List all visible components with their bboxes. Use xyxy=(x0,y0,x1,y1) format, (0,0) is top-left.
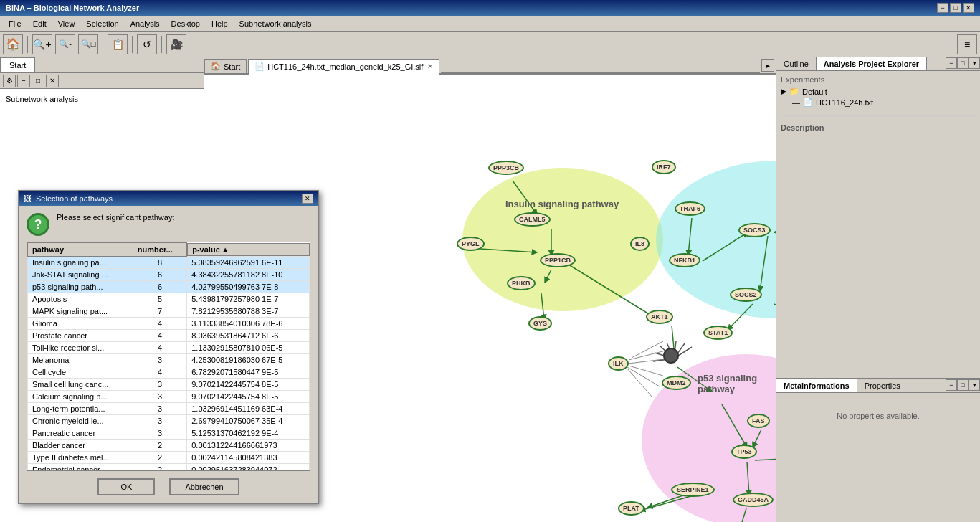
maximize-button[interactable]: □ xyxy=(950,3,961,13)
table-row[interactable]: Small cell lung canc...39.07021422445754… xyxy=(28,378,310,390)
tab-start-icon: 🏠 xyxy=(211,62,221,71)
lp-filter-icon[interactable]: ⚙ xyxy=(3,75,16,87)
rb-maximize-btn[interactable]: □ xyxy=(957,379,969,391)
node-SOCS3[interactable]: SOCS3 xyxy=(738,223,771,237)
tab-hct[interactable]: 📄 HCT116_24h.txt_median_geneid_k25_GI.si… xyxy=(248,59,439,75)
menu-help[interactable]: Help xyxy=(206,18,234,29)
modal-table-container[interactable]: pathway number... p-value ▲ Insulin sign… xyxy=(27,242,310,471)
rb-minimize-btn[interactable]: − xyxy=(946,379,957,391)
node-IL8[interactable]: IL8 xyxy=(630,237,650,251)
toolbar-camera-button[interactable]: 🎥 xyxy=(166,34,186,54)
lp-minimize-btn[interactable]: − xyxy=(17,75,30,87)
menu-view[interactable]: View xyxy=(52,18,81,29)
node-SOCS2[interactable]: SOCS2 xyxy=(730,288,762,302)
node-ILK[interactable]: ILK xyxy=(608,356,629,371)
menu-subnetwork[interactable]: Subnetwork analysis xyxy=(234,18,318,29)
node-PLAT[interactable]: PLAT xyxy=(618,501,644,516)
svg-line-9 xyxy=(774,304,776,333)
tab-start[interactable]: 🏠 Start xyxy=(204,59,247,73)
toolbar-copy-button[interactable]: 📋 xyxy=(108,34,128,54)
toolbar-separator-1 xyxy=(27,36,28,53)
table-row[interactable]: Jak-STAT signaling ...64.38432255781182 … xyxy=(28,268,310,280)
menu-file[interactable]: File xyxy=(3,18,27,29)
table-row[interactable]: Chronic myeloid le...32.69799410750067 3… xyxy=(28,414,310,427)
table-row[interactable]: Toll-like receptor si...41.1330291580781… xyxy=(28,341,310,353)
table-row[interactable]: Glioma43.11333854010306 78E-6 xyxy=(28,317,310,329)
node-GYS[interactable]: GYS xyxy=(528,316,552,331)
table-row[interactable]: Long-term potentia...31.03296914451169 6… xyxy=(28,402,310,414)
right-tab-explorer[interactable]: Analysis Project Explorer xyxy=(817,57,927,70)
table-row[interactable]: Prostate cancer48.03639531864712 6E-6 xyxy=(28,329,310,341)
table-row[interactable]: Calcium signaling p...39.07021422445754 … xyxy=(28,390,310,402)
table-row[interactable]: p53 signaling path...64.02799550499763 7… xyxy=(28,280,310,293)
modal-close-button[interactable]: ✕ xyxy=(302,194,313,204)
right-tab-fill xyxy=(927,57,946,70)
table-row[interactable]: Bladder cancer20.001312244166661973 xyxy=(28,439,310,451)
col-pathway[interactable]: pathway xyxy=(28,243,133,257)
col-number[interactable]: number... xyxy=(133,243,186,257)
node-TP53[interactable]: TP53 xyxy=(731,445,757,459)
svg-line-8 xyxy=(728,304,753,330)
left-tab-start[interactable]: Start xyxy=(0,57,35,72)
tree-folder-default[interactable]: ▶ 📁 Default xyxy=(781,87,976,96)
rb-tab-metainfo[interactable]: Metainformations xyxy=(776,379,857,392)
cell-pathway: Toll-like receptor si... xyxy=(28,341,133,353)
node-FAS[interactable]: FAS xyxy=(747,414,770,428)
node-SERPINE1[interactable]: SERPINE1 xyxy=(671,483,715,497)
close-button[interactable]: ✕ xyxy=(963,3,974,13)
cell-number: 4 xyxy=(133,329,186,341)
node-NFKB1[interactable]: NFKB1 xyxy=(669,253,700,267)
node-STAT1[interactable]: STAT1 xyxy=(703,326,733,340)
toolbar-home-button[interactable]: 🏠 xyxy=(3,34,23,54)
tab-hct-icon: 📄 xyxy=(254,62,265,71)
table-row[interactable]: Pancreatic cancer35.12531370462192 9E-4 xyxy=(28,427,310,439)
node-AKT1[interactable]: AKT1 xyxy=(646,310,673,324)
rb-menu-btn[interactable]: ▾ xyxy=(969,379,980,391)
cell-pvalue: 0.002421145808421383 xyxy=(187,451,310,463)
toolbar-zoom-out-button[interactable]: 🔍- xyxy=(55,34,75,54)
menu-analysis[interactable]: Analysis xyxy=(125,18,166,29)
table-row[interactable]: Type II diabetes mel...20.00242114580842… xyxy=(28,451,310,463)
right-tab-outline[interactable]: Outline xyxy=(776,57,817,70)
table-row[interactable]: Insulin signaling pa...85.08359246962591… xyxy=(28,256,310,268)
modal-ok-button[interactable]: OK xyxy=(97,478,155,495)
table-row[interactable]: Apoptosis55.43981797257980 1E-7 xyxy=(28,293,310,305)
toolbar-list-button[interactable]: ≡ xyxy=(957,34,977,54)
col-pvalue[interactable]: p-value ▲ xyxy=(187,243,309,256)
cell-number: 6 xyxy=(133,268,186,280)
left-tab-bar: Start xyxy=(0,57,204,73)
node-IRF7[interactable]: IRF7 xyxy=(652,160,676,174)
table-row[interactable]: Melanoma34.25300819186030 67E-5 xyxy=(28,353,310,366)
node-GADD45A[interactable]: GADD45A xyxy=(733,493,774,507)
node-PPP1CB[interactable]: PPP1CB xyxy=(540,253,576,267)
table-row[interactable]: MAPK signaling pat...77.82129535680788 3… xyxy=(28,305,310,317)
node-PYGL[interactable]: PYGL xyxy=(457,237,485,251)
toolbar-zoom-fit-button[interactable]: 🔍□ xyxy=(78,34,98,54)
right-panel: Outline Analysis Project Explorer − □ ▾ … xyxy=(776,57,980,522)
toolbar-zoom-in-button[interactable]: 🔍+ xyxy=(32,34,52,54)
node-CALML5[interactable]: CALML5 xyxy=(514,212,551,227)
lp-maximize-btn[interactable]: □ xyxy=(32,75,44,87)
right-top-minimize-btn[interactable]: − xyxy=(946,57,957,69)
menu-edit[interactable]: Edit xyxy=(27,18,52,29)
tab-hct-close-icon[interactable]: ✕ xyxy=(427,62,433,70)
toolbar-refresh-button[interactable]: ↺ xyxy=(137,34,157,54)
right-top-menu-btn[interactable]: ▾ xyxy=(969,57,980,69)
menu-selection[interactable]: Selection xyxy=(80,18,124,29)
node-MDM2[interactable]: MDM2 xyxy=(662,376,691,390)
cell-number: 2 xyxy=(133,439,186,451)
rb-tab-properties[interactable]: Properties xyxy=(857,379,908,392)
node-PPP3CB[interactable]: PPP3CB xyxy=(488,161,524,175)
modal-cancel-button[interactable]: Abbrechen xyxy=(169,478,239,495)
lp-close-btn[interactable]: ✕ xyxy=(46,75,59,87)
node-TRAF6[interactable]: TRAF6 xyxy=(675,201,705,216)
node-center[interactable] xyxy=(663,348,679,364)
tab-bar-right-btn[interactable]: ▸ xyxy=(761,59,774,72)
tree-item-hct[interactable]: — 📄 HCT116_24h.txt xyxy=(792,98,976,107)
minimize-button[interactable]: − xyxy=(937,3,948,13)
right-top-maximize-btn[interactable]: □ xyxy=(957,57,969,69)
table-row[interactable]: Endometrial cancer20.002951637283944072 xyxy=(28,463,310,471)
table-row[interactable]: Cell cycle46.78292071580447 9E-5 xyxy=(28,366,310,378)
menu-desktop[interactable]: Desktop xyxy=(166,18,206,29)
node-PHKB[interactable]: PHKB xyxy=(507,276,536,290)
